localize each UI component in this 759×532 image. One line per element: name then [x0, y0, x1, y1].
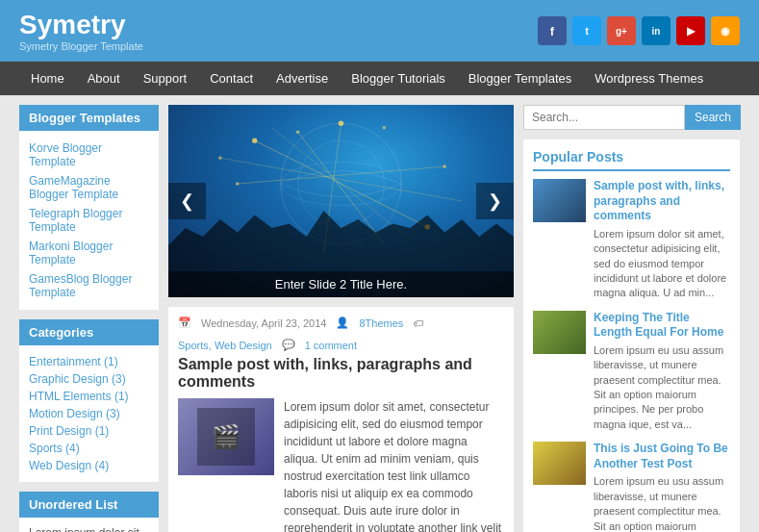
cat-sports[interactable]: Sports (4) [29, 440, 149, 457]
twitter-icon[interactable]: t [572, 16, 601, 45]
popular-post-2-info: Keeping The Title Length Equal For Home … [594, 311, 730, 433]
googleplus-icon[interactable]: g+ [607, 16, 636, 45]
svg-point-15 [218, 156, 222, 160]
site-header: Symetry Symetry Blogger Template f t g+ … [0, 0, 759, 62]
popular-post-1-info: Sample post with, links, paragraphs and … [594, 179, 730, 301]
cat-graphic-design[interactable]: Graphic Design (3) [29, 370, 149, 388]
post-1-comments[interactable]: 1 comment [305, 340, 357, 351]
search-box: Search [523, 105, 740, 130]
popular-post-2: Keeping The Title Length Equal For Home … [533, 311, 730, 433]
popular-post-3-text: Lorem ipsum eu usu assum liberavisse, ut… [594, 474, 730, 532]
slider-caption: Enter Slide 2 Title Here. [168, 271, 514, 297]
blogger-templates-title: Blogger Templates [19, 105, 159, 131]
cat-motion-design[interactable]: Motion Design (3) [29, 405, 149, 422]
popular-post-2-title[interactable]: Keeping The Title Length Equal For Home [594, 311, 730, 341]
svg-point-11 [443, 165, 446, 168]
post-1-content: 🎬 Lorem ipsum dolor sit amet, consectetu… [178, 398, 504, 532]
linkedin-icon[interactable]: in [642, 16, 670, 45]
svg-line-3 [238, 166, 444, 184]
rss-icon[interactable]: ◉ [711, 16, 740, 45]
popular-post-1-title[interactable]: Sample post with, links, paragraphs and … [594, 179, 730, 224]
post-1-date-icon: 📅 [178, 317, 191, 329]
post-1-excerpt: Lorem ipsum dolor sit amet, consectetur … [284, 398, 504, 532]
post-1-date: Wednesday, April 23, 2014 [201, 317, 326, 329]
blogger-templates-links: Korve Blogger Template GameMagazine Blog… [19, 131, 159, 310]
left-sidebar: Blogger Templates Korve Blogger Template… [19, 105, 159, 532]
nav-home[interactable]: Home [19, 62, 76, 95]
categories-list: Entertainment (1) Graphic Design (3) HTM… [19, 345, 159, 482]
svg-point-14 [383, 126, 387, 130]
slider-next-arrow[interactable]: ❯ [476, 183, 514, 219]
popular-post-3-info: This is Just Going To Be Another Test Po… [594, 442, 730, 532]
site-brand: Symetry Symetry Blogger Template [19, 10, 143, 52]
unordered-list-title: Unordered List [19, 492, 159, 518]
popular-post-3-title[interactable]: This is Just Going To Be Another Test Po… [594, 442, 730, 471]
nav-advertise[interactable]: Advertise [265, 62, 340, 95]
cat-print-design[interactable]: Print Design (1) [29, 422, 149, 440]
nav-about[interactable]: About [76, 62, 132, 95]
unordered-list-text: Lorem ipsum dolor sit amet, consectetuer… [29, 525, 149, 532]
post-1-categories[interactable]: Sports, Web Design [178, 340, 272, 351]
cat-web-design[interactable]: Web Design (4) [29, 457, 149, 474]
unordered-list-box: Unordered List Lorem ipsum dolor sit ame… [19, 492, 159, 532]
popular-posts-box: Popular Posts Sample post with, links, p… [523, 139, 740, 532]
post-1-author[interactable]: 8Themes [359, 317, 403, 329]
post-1: 📅 Wednesday, April 23, 2014 👤 8Themes 🏷 … [168, 307, 514, 532]
svg-point-13 [296, 130, 300, 134]
svg-text:🎬: 🎬 [212, 422, 240, 450]
post-1-comment-icon: 💬 [282, 339, 295, 351]
post-1-author-icon: 👤 [336, 317, 349, 329]
popular-post-1-thumb [533, 179, 586, 222]
movie-thumb-svg: 🎬 [197, 408, 255, 466]
post-1-thumb-img: 🎬 [178, 398, 274, 475]
nav-contact[interactable]: Contact [198, 62, 265, 95]
template-link-korve[interactable]: Korve Blogger Template [29, 139, 149, 171]
nav-blogger-templates[interactable]: Blogger Templates [457, 62, 583, 95]
nav-blogger-tutorials[interactable]: Blogger Tutorials [340, 62, 457, 95]
cat-html-elements[interactable]: HTML Elements (1) [29, 388, 149, 405]
post-1-text-wrap: Lorem ipsum dolor sit amet, consectetur … [284, 398, 504, 532]
unordered-list-content: Lorem ipsum dolor sit amet, consectetuer… [19, 518, 159, 532]
site-subtitle: Symetry Blogger Template [19, 40, 143, 52]
popular-post-2-text: Lorem ipsum eu usu assum liberavisse, ut… [594, 343, 730, 432]
slider-canvas [168, 105, 514, 297]
navigation-bar: Home About Support Contact Advertise Blo… [0, 62, 759, 95]
nav-support[interactable]: Support [132, 62, 199, 95]
categories-title: Categories [19, 319, 159, 345]
right-sidebar: Search Popular Posts Sample post with, l… [523, 105, 740, 532]
post-1-thumbnail: 🎬 [178, 398, 274, 475]
categories-box: Categories Entertainment (1) Graphic Des… [19, 319, 159, 482]
facebook-icon[interactable]: f [538, 16, 567, 45]
search-button[interactable]: Search [685, 105, 741, 130]
popular-post-1-text: Lorem ipsum dolor sit amet, consectetur … [594, 227, 730, 301]
popular-post-3-thumb [533, 442, 586, 485]
popular-post-1: Sample post with, links, paragraphs and … [533, 179, 730, 301]
search-input[interactable] [523, 105, 685, 130]
template-link-telegraph[interactable]: Telegraph Blogger Template [29, 204, 149, 237]
popular-posts-title: Popular Posts [533, 149, 730, 171]
nav-wordpress-themes[interactable]: Wordpress Themes [583, 62, 715, 95]
center-content: ❮ ❯ Enter Slide 2 Title Here. 📅 Wednesda… [168, 105, 514, 532]
post-1-title[interactable]: Sample post with, links, paragraphs and … [178, 356, 504, 391]
svg-point-8 [252, 138, 257, 142]
svg-line-5 [220, 158, 462, 201]
image-slider: ❮ ❯ Enter Slide 2 Title Here. [168, 105, 514, 297]
popular-post-2-thumb [533, 311, 586, 354]
post-1-cat-icon: 🏷 [413, 317, 423, 329]
template-link-gamesblog[interactable]: GamesBlog Blogger Template [29, 269, 149, 302]
svg-line-7 [272, 128, 411, 241]
svg-point-12 [339, 121, 343, 126]
post-1-meta: 📅 Wednesday, April 23, 2014 👤 8Themes 🏷 … [178, 317, 504, 351]
social-icons-bar: f t g+ in ▶ ◉ [538, 16, 740, 45]
slider-prev-arrow[interactable]: ❮ [168, 183, 206, 219]
youtube-icon[interactable]: ▶ [676, 16, 705, 45]
blogger-templates-box: Blogger Templates Korve Blogger Template… [19, 105, 159, 310]
popular-post-3: This is Just Going To Be Another Test Po… [533, 442, 730, 532]
svg-point-10 [236, 182, 240, 186]
template-link-gamemagazine[interactable]: GameMagazine Blogger Template [29, 171, 149, 204]
cat-entertainment[interactable]: Entertainment (1) [29, 353, 149, 370]
template-link-markoni[interactable]: Markoni Blogger Template [29, 237, 149, 269]
site-title: Symetry [19, 10, 143, 40]
